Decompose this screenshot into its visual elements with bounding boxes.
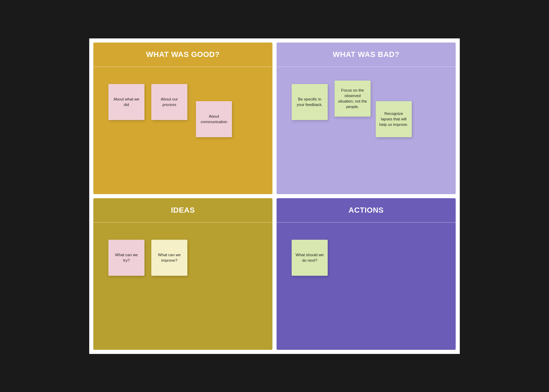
sticky-note[interactable]: What should we do next? xyxy=(292,240,328,276)
actions-notes-container: What should we do next? xyxy=(285,233,447,301)
sticky-note[interactable]: About what we did xyxy=(108,84,144,120)
quadrant-actions-header: ACTIONS xyxy=(277,198,456,223)
ideas-notes-container: What can we try? What can we improve? xyxy=(102,233,264,301)
quadrant-ideas-title: IDEAS xyxy=(171,206,195,214)
quadrant-actions: ACTIONS What should we do next? xyxy=(277,198,456,350)
quadrant-bad-body: Be specific in your feedback. Focus on t… xyxy=(277,67,456,194)
quadrant-bad: WHAT WAS BAD? Be specific in your feedba… xyxy=(277,43,456,194)
sticky-note-text: About our process xyxy=(155,96,184,107)
quadrant-good-body: About what we did About our process Abou… xyxy=(93,67,272,194)
sticky-note[interactable]: Recognize lapses that will help us impro… xyxy=(376,101,412,137)
quadrant-bad-header: WHAT WAS BAD? xyxy=(277,43,456,67)
quadrant-actions-title: ACTIONS xyxy=(349,206,384,214)
quadrant-good-header: WHAT WAS GOOD? xyxy=(93,43,272,67)
sticky-note[interactable]: About communication xyxy=(196,101,232,137)
sticky-note[interactable]: What can we improve? xyxy=(151,240,187,276)
quadrant-actions-body: What should we do next? xyxy=(277,223,456,350)
sticky-note[interactable]: Be specific in your feedback. xyxy=(292,84,328,120)
sticky-note[interactable]: What can we try? xyxy=(108,240,144,276)
quadrant-ideas-header: IDEAS xyxy=(93,198,272,223)
quadrant-bad-title: WHAT WAS BAD? xyxy=(333,50,399,59)
sticky-note-text: What should we do next? xyxy=(295,252,324,263)
sticky-note[interactable]: About our process xyxy=(151,84,187,120)
good-notes-container: About what we did About our process Abou… xyxy=(102,77,264,159)
sticky-note-text: Focus on the observed situation, not the… xyxy=(338,87,367,109)
sticky-note-text: Recognize lapses that will help us impro… xyxy=(379,111,408,127)
sticky-note[interactable]: Focus on the observed situation, not the… xyxy=(335,81,371,117)
retrospective-board: WHAT WAS GOOD? About what we did About o… xyxy=(89,38,460,354)
quadrant-good: WHAT WAS GOOD? About what we did About o… xyxy=(93,43,272,194)
quadrant-good-title: WHAT WAS GOOD? xyxy=(146,50,220,59)
quadrant-ideas: IDEAS What can we try? What can we impro… xyxy=(93,198,272,350)
sticky-note-text: What can we try? xyxy=(112,252,141,263)
quadrant-ideas-body: What can we try? What can we improve? xyxy=(93,223,272,350)
sticky-note-text: Be specific in your feedback. xyxy=(295,96,324,107)
bad-notes-container: Be specific in your feedback. Focus on t… xyxy=(285,77,447,159)
sticky-note-text: About communication xyxy=(199,114,229,124)
sticky-note-text: What can we improve? xyxy=(155,252,184,263)
sticky-note-text: About what we did xyxy=(112,96,141,107)
